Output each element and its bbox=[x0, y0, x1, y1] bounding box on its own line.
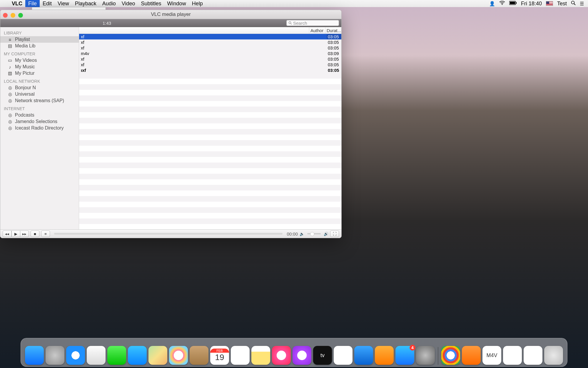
dock-app-calendar[interactable]: FEB19 bbox=[210, 346, 229, 365]
stop-button[interactable]: ■ bbox=[31, 231, 39, 237]
playlist-row[interactable]: ıxf03:05 bbox=[79, 67, 341, 73]
dock-app-sharing[interactable] bbox=[128, 346, 147, 365]
col-name[interactable] bbox=[79, 27, 309, 34]
input-source-flag-icon[interactable] bbox=[546, 1, 553, 6]
menubar-user[interactable]: Test bbox=[557, 1, 567, 7]
menu-playback[interactable]: Playback bbox=[72, 0, 99, 7]
dock-app-reminders[interactable] bbox=[231, 346, 250, 365]
playlist-row[interactable]: xf03:05 bbox=[79, 45, 341, 51]
menu-window[interactable]: Window bbox=[164, 0, 189, 7]
row-name: xf bbox=[79, 62, 312, 67]
sidebar-header: MY COMPUTER bbox=[0, 49, 79, 57]
playlist-toggle-button[interactable]: ≡ bbox=[41, 231, 50, 237]
menu-view[interactable]: View bbox=[55, 0, 72, 7]
window-toolbar: 1:43 Search bbox=[0, 19, 341, 27]
sidebar-item-icecast-radio-directory[interactable]: ◎Icecast Radio Directory bbox=[0, 125, 79, 131]
menu-help[interactable]: Help bbox=[189, 0, 206, 7]
menu-video[interactable]: Video bbox=[119, 0, 138, 7]
playlist-row[interactable]: xf03:05 bbox=[79, 39, 341, 45]
sidebar-item-playlist[interactable]: ≡Playlist bbox=[0, 36, 79, 43]
dock-app-settings[interactable] bbox=[416, 346, 435, 365]
playback-controls: ◂◂ ▶ ▸▸ ■ ≡ 00:00 🔈 🔊 ⛶ bbox=[0, 229, 341, 238]
sidebar-item-label: Jamendo Selections bbox=[15, 119, 57, 124]
volume-slider[interactable] bbox=[307, 233, 321, 234]
menu-subtitles[interactable]: Subtitles bbox=[138, 0, 164, 7]
play-button[interactable]: ▶ bbox=[11, 231, 20, 237]
close-window-button[interactable] bbox=[3, 13, 8, 18]
fast-user-switch-icon[interactable]: 👤 bbox=[489, 1, 495, 6]
dock-app-launchpad[interactable] bbox=[46, 346, 64, 365]
sidebar-header: INTERNET bbox=[0, 104, 79, 112]
playlist-row[interactable]: xf03:05 bbox=[79, 34, 341, 39]
sidebar-item-bonjour-n[interactable]: ◎Bonjour N bbox=[0, 84, 79, 91]
dock-app-textedit-doc[interactable] bbox=[503, 346, 522, 365]
dock-app-trash[interactable] bbox=[544, 346, 563, 365]
row-duration: 03:05 bbox=[327, 57, 341, 62]
seek-slider[interactable] bbox=[54, 233, 283, 235]
dock-app-chrome[interactable] bbox=[441, 346, 460, 365]
dock-app-notes[interactable] bbox=[251, 346, 270, 365]
sidebar-item-media-lib[interactable]: ▤Media Lib bbox=[0, 43, 79, 49]
spotlight-icon[interactable] bbox=[571, 1, 576, 6]
dock-app-tv[interactable]: tv bbox=[313, 346, 332, 365]
sidebar-item-label: Bonjour N bbox=[15, 85, 36, 90]
column-headers[interactable]: Author Durat... bbox=[79, 27, 341, 34]
sidebar-item-my-music[interactable]: ♪My Music bbox=[0, 64, 79, 70]
row-duration: 03:05 bbox=[327, 40, 341, 45]
col-author[interactable]: Author bbox=[309, 27, 325, 34]
next-button[interactable]: ▸▸ bbox=[20, 231, 29, 237]
volume-max-icon[interactable]: 🔊 bbox=[324, 232, 328, 236]
dock-app-contacts[interactable] bbox=[190, 346, 208, 365]
menu-audio[interactable]: Audio bbox=[99, 0, 119, 7]
row-name: ıxf bbox=[79, 68, 312, 73]
sidebar-item-icon: ◎ bbox=[7, 85, 13, 90]
window-titlebar[interactable]: VLC media player bbox=[0, 10, 341, 19]
sidebar-item-universal[interactable]: ◎Universal bbox=[0, 91, 79, 97]
dock-app-keynote[interactable] bbox=[354, 346, 373, 365]
sidebar-item-podcasts[interactable]: ◎Podcasts bbox=[0, 112, 79, 118]
sidebar-item-icon: ◎ bbox=[7, 112, 13, 118]
dock-app-music[interactable] bbox=[272, 346, 291, 365]
menubar-clock[interactable]: Fri 18:40 bbox=[521, 1, 542, 7]
dock-app-clipboard[interactable] bbox=[524, 346, 542, 365]
dock-app-m4v-file[interactable]: M4V bbox=[482, 346, 501, 365]
playlist-row[interactable]: m4v03:09 bbox=[79, 51, 341, 56]
col-duration[interactable]: Durat... bbox=[325, 27, 341, 34]
menu-file[interactable]: File bbox=[25, 0, 40, 7]
prev-button[interactable]: ◂◂ bbox=[3, 231, 11, 237]
dock-app-photos[interactable] bbox=[169, 346, 188, 365]
zoom-window-button[interactable] bbox=[18, 13, 23, 18]
row-name: xf bbox=[79, 57, 312, 62]
sidebar-item-my-videos[interactable]: ▭My Videos bbox=[0, 57, 79, 64]
dock-app-vlc[interactable] bbox=[462, 346, 481, 365]
dock-app-maps[interactable] bbox=[148, 346, 167, 365]
minimize-window-button[interactable] bbox=[11, 13, 15, 18]
dock-app-appstore[interactable]: 4 bbox=[395, 346, 414, 365]
dock-app-numbers[interactable] bbox=[334, 346, 353, 365]
wifi-icon[interactable] bbox=[499, 1, 505, 6]
dock-app-pages[interactable] bbox=[375, 346, 394, 365]
battery-icon[interactable] bbox=[509, 1, 517, 6]
app-menu[interactable]: VLC bbox=[9, 0, 25, 7]
playlist-panel: Author Durat... xf03:05xf03:05xf03:05m4v… bbox=[79, 27, 341, 229]
dock-app-mail[interactable] bbox=[87, 346, 106, 365]
search-field[interactable]: Search bbox=[286, 20, 339, 26]
fullscreen-button[interactable]: ⛶ bbox=[330, 231, 339, 237]
dock-app-podcasts[interactable] bbox=[293, 346, 311, 365]
menu-edit[interactable]: Edit bbox=[40, 0, 55, 7]
mute-icon[interactable]: 🔈 bbox=[300, 232, 304, 236]
playlist-row[interactable]: xf03:05 bbox=[79, 62, 341, 67]
sidebar-item-my-pictur[interactable]: ▧My Pictur bbox=[0, 70, 79, 77]
playlist-rows[interactable]: xf03:05xf03:05xf03:05m4v03:09xf03:05xf03… bbox=[79, 34, 341, 229]
sidebar-item-label: Network streams (SAP) bbox=[15, 98, 64, 103]
sidebar-item-jamendo-selections[interactable]: ◎Jamendo Selections bbox=[0, 118, 79, 125]
dock-app-finder[interactable] bbox=[25, 346, 44, 365]
playlist-row[interactable]: xf03:05 bbox=[79, 56, 341, 62]
sidebar-item-network-streams-sap[interactable]: ◎Network streams (SAP) bbox=[0, 97, 79, 104]
sidebar-item-label: Podcasts bbox=[15, 112, 34, 118]
window-traffic-lights bbox=[3, 13, 23, 18]
dock-app-messages[interactable] bbox=[107, 346, 126, 365]
dock-app-safari[interactable] bbox=[66, 346, 85, 365]
notification-center-icon[interactable]: ☰ bbox=[580, 1, 584, 6]
time-display: 00:00 bbox=[287, 231, 298, 236]
